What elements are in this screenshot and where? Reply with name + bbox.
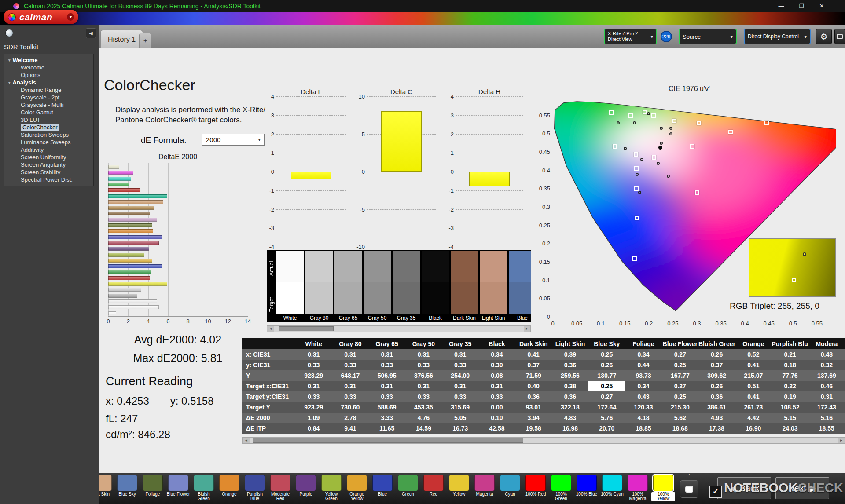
patch-button-yellow[interactable]: Yellow: [447, 475, 471, 501]
table-cell: 0.39: [552, 349, 588, 360]
reading-x: x: 0.4253: [106, 395, 149, 407]
patch-button-red[interactable]: Red: [422, 475, 445, 501]
table-cell: 16.90: [735, 423, 772, 434]
settings-button[interactable]: ⚙: [816, 29, 832, 44]
meter-count-badge[interactable]: 226: [661, 31, 672, 42]
sidebar-item-color-gamut[interactable]: Color Gamut: [4, 109, 93, 116]
patch-button-100-green[interactable]: 100% Green: [549, 475, 573, 501]
add-history-tab-button[interactable]: ＋: [139, 33, 151, 48]
table-cell: 0.31: [442, 381, 478, 391]
deltae-bar: [108, 218, 157, 222]
sidebar-item-additivity[interactable]: Additivity: [4, 146, 93, 153]
patch-button-purplish-blue[interactable]: Purplish Blue: [243, 475, 267, 501]
delta-value-bar: [381, 111, 422, 172]
sidebar-item-analysis[interactable]: ▾Analysis: [4, 79, 93, 86]
sidebar-item-screen-angularity[interactable]: Screen Angularity: [4, 161, 93, 168]
patch-button-moderate-red[interactable]: Moderate Red: [268, 475, 292, 501]
sidebar-item-saturation-sweeps[interactable]: Saturation Sweeps: [4, 131, 93, 139]
actual-row-label: Actual: [267, 250, 276, 286]
patch-button-100-red[interactable]: 100% Red: [524, 475, 547, 501]
patch-button-purple[interactable]: Purple: [294, 475, 318, 501]
sidebar-item-3d-lut[interactable]: 3D LUT: [4, 116, 93, 124]
table-cell: 167.77: [662, 370, 698, 381]
scroll-track[interactable]: [250, 438, 838, 443]
patch-button-100-blue[interactable]: 100% Blue: [575, 475, 599, 501]
table-cell: 2.78: [332, 413, 368, 423]
close-button[interactable]: ✕: [812, 0, 832, 12]
table-scrollbar[interactable]: ◄►: [242, 437, 845, 444]
patch-button-bluish-green[interactable]: Bluish Green: [192, 475, 216, 501]
patch-button-ght-skin[interactable]: ght Skin: [99, 475, 114, 501]
layout-button[interactable]: [834, 29, 845, 44]
sidebar-item-colorchecker[interactable]: ColorChecker: [4, 124, 93, 131]
sidebar-item-spectral-power-dist[interactable]: Spectral Power Dist.: [4, 176, 93, 183]
pattern-window-button[interactable]: [680, 480, 698, 498]
tree-expand-icon[interactable]: ▾: [8, 80, 11, 85]
logo-chevron-icon[interactable]: ▾: [67, 13, 74, 21]
scroll-left-button[interactable]: ◄: [243, 438, 250, 443]
maximize-button[interactable]: ❐: [791, 0, 812, 12]
tab-history-1[interactable]: History 1: [100, 30, 143, 48]
de-formula-dropdown[interactable]: 2000 ▾: [202, 134, 265, 146]
sidebar-item-label: Screen Stability: [21, 169, 60, 175]
deltae-bar: [108, 305, 159, 309]
x-axis-tick-label: 0: [551, 320, 554, 327]
patch-button-blue-sky[interactable]: Blue Sky: [115, 475, 139, 501]
sidebar-item-screen-uniformity[interactable]: Screen Uniformity: [4, 153, 93, 161]
sidebar-item-screen-stability[interactable]: Screen Stability: [4, 168, 93, 176]
patch-button-yellow-green[interactable]: Yellow Green: [320, 475, 343, 501]
workflow-status-icon[interactable]: [5, 29, 13, 37]
sidebar-item-welcome[interactable]: Welcome: [4, 64, 93, 71]
table-cell: 0.41: [735, 360, 772, 370]
table-cell: 130.77: [588, 370, 625, 381]
patch-button-blue[interactable]: Blue: [371, 475, 394, 501]
display-control-dropdown[interactable]: Direct Display Control ▾: [744, 29, 811, 44]
table-row-label: ΔE ITP: [242, 423, 295, 434]
patch-button-label: 100% Green: [549, 492, 573, 501]
table-cell: 0.41: [735, 391, 772, 402]
scroll-left-button[interactable]: ◄: [267, 326, 274, 332]
patch-button-orange-yellow[interactable]: Orange Yellow: [345, 475, 369, 501]
scroll-thumb[interactable]: [253, 438, 523, 443]
table-cell: 309.62: [698, 370, 735, 381]
sidebar-item-welcome[interactable]: ▾Welcome: [4, 56, 93, 64]
sidebar-item-luminance-sweeps[interactable]: Luminance Sweeps: [4, 139, 93, 146]
back-button[interactable]: ◀ Back: [717, 477, 771, 499]
y-axis-tick-label: 0: [354, 168, 365, 175]
table-cell: 77.76: [772, 370, 808, 381]
patch-button-orange[interactable]: Orange: [217, 475, 241, 501]
scroll-thumb[interactable]: [279, 326, 334, 331]
scroll-track[interactable]: [274, 326, 524, 332]
table-cell: 0.37: [698, 360, 735, 370]
next-button[interactable]: Next ▶: [775, 477, 829, 499]
patch-button-100-magenta[interactable]: 100% Magenta: [626, 475, 650, 501]
patch-button-100-yellow[interactable]: 100% Yellow: [651, 475, 675, 501]
patch-button-foliage[interactable]: Foliage: [141, 475, 165, 501]
table-cell: 0.41: [515, 349, 552, 360]
patch-button-magenta[interactable]: Magenta: [473, 475, 496, 501]
sidebar-item-options[interactable]: Options: [4, 71, 93, 79]
patch-button-cyan[interactable]: Cyan: [498, 475, 522, 501]
scroll-right-button[interactable]: ►: [838, 438, 845, 443]
sidebar-item-grayscale-multi[interactable]: Grayscale - Multi: [4, 101, 93, 109]
tree-expand-icon[interactable]: ▾: [8, 58, 11, 62]
expand-patch-bar-button[interactable]: ⌃: [687, 474, 691, 479]
sidebar-item-dynamic-range[interactable]: Dynamic Range: [4, 86, 93, 94]
source-dropdown[interactable]: Source ▾: [679, 29, 737, 44]
patch-button-100-cyan[interactable]: 100% Cyan: [600, 475, 624, 501]
sidebar-item-grayscale-2pt[interactable]: Grayscale - 2pt: [4, 94, 93, 101]
patch-strip-scrollbar[interactable]: ◄►: [267, 325, 531, 332]
patch-label: Gray 35: [393, 314, 420, 322]
minimize-button[interactable]: —: [771, 0, 791, 12]
collapse-sidebar-button[interactable]: ◀: [86, 28, 96, 38]
table-cell: 0.33: [332, 360, 368, 370]
patch-button-blue-flower[interactable]: Blue Flower: [166, 475, 190, 501]
grid-line: [456, 115, 523, 116]
patch-button-green[interactable]: Green: [396, 475, 420, 501]
patch-color-swatch: [423, 475, 444, 491]
scroll-right-button[interactable]: ►: [524, 326, 530, 332]
calman-logo-menu[interactable]: calman ▾: [4, 10, 78, 24]
table-cell: 0.33: [442, 360, 478, 370]
meter-dropdown[interactable]: X-Rite i1Pro 2 Direct View ▾: [604, 29, 657, 44]
grid-line: [276, 134, 346, 135]
